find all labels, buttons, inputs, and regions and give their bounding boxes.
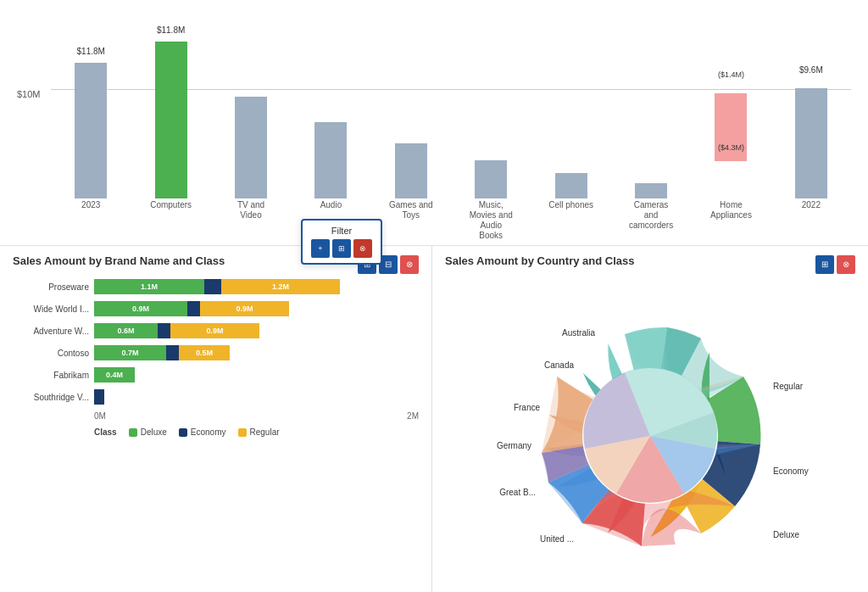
brand-bars: 0.9M 0.9M xyxy=(94,301,419,316)
table-row: Proseware 1.1M 1.2M xyxy=(13,279,419,294)
dashboard-container: $10M $11.8M $11.8M xyxy=(0,0,868,592)
economy-bar xyxy=(158,323,170,338)
table-row: Wide World I... 0.9M 0.9M xyxy=(13,301,419,316)
bar-cell-phones xyxy=(531,13,610,198)
bar-chart-area: $11.8M $11.8M xyxy=(51,13,851,198)
economy-label: Economy xyxy=(773,466,809,476)
filter-tooltip-label: Filter xyxy=(311,226,372,236)
filter-table-icon[interactable]: ⊞ xyxy=(332,239,351,258)
legend-deluxe-label: Deluxe xyxy=(141,427,167,437)
bar-2023: $11.8M xyxy=(51,13,131,198)
bar-rect xyxy=(75,63,107,198)
bar-value: $11.8M xyxy=(157,25,185,35)
deluxe-bar: 1.1M xyxy=(94,279,204,294)
x-label-2023: 2023 xyxy=(51,200,131,241)
legend-economy-label: Economy xyxy=(191,427,226,437)
right-panel: Sales Amount by Country and Class ⊞ ⊗ xyxy=(432,246,868,592)
legend-class-label: Class xyxy=(94,427,117,437)
bar-audio xyxy=(291,13,370,198)
x-label-cameras: Camerasandcamcorders xyxy=(611,200,691,241)
x-label-home: HomeAppliances xyxy=(691,200,771,241)
chord-chart-container: Australia Canada France Germany Great B.… xyxy=(445,279,855,592)
left-panel-title: Sales Amount by Brand Name and Class xyxy=(13,254,225,267)
regular-label: Regular xyxy=(773,382,804,391)
table-row: Adventure W... 0.6M 0.9M xyxy=(13,323,419,338)
x-axis: 2023 Computers TV andVideo Audio Games a… xyxy=(51,200,851,241)
bar-games-toys xyxy=(371,13,451,198)
x-label-music: Music,Movies andAudioBooks xyxy=(451,200,531,241)
chord-chart-svg: Australia Canada France Germany Great B.… xyxy=(472,292,828,580)
regular-bar: 0.5M xyxy=(179,345,230,360)
deluxe-bar: 0.4M xyxy=(94,367,135,383)
bar-2022: $9.6M xyxy=(771,13,851,198)
brand-label: Contoso xyxy=(13,349,89,358)
y-axis-label: $10M xyxy=(17,89,41,99)
brand-bars: 1.1M 1.2M xyxy=(94,279,419,294)
legend-item-economy: Economy xyxy=(179,427,226,437)
economy-bar xyxy=(204,279,221,294)
x-label-tv: TV andVideo xyxy=(211,200,291,241)
x-label-2022: 2022 xyxy=(771,200,851,241)
brand-bars: 0.7M 0.5M xyxy=(94,345,419,360)
great-britain-label: Great B... xyxy=(499,488,536,497)
x-label-games: Games andToys xyxy=(371,200,451,241)
bar-home-appliances: ($1.4M) ($4.3M) xyxy=(691,13,771,198)
x-label-cellphones: Cell phones xyxy=(531,200,610,241)
filter-tooltip-icons: + ⊞ ⊗ xyxy=(311,239,372,258)
brand-label: Proseware xyxy=(13,282,89,292)
regular-color xyxy=(238,428,247,437)
bar-rect xyxy=(155,42,187,198)
bar-tv-video xyxy=(211,13,291,198)
bar-value: $11.8M xyxy=(77,47,105,56)
bar-computers: $11.8M xyxy=(131,13,210,198)
deluxe-bar: 0.7M xyxy=(94,345,166,360)
regular-bar: 1.2M xyxy=(221,279,340,294)
bar-rect xyxy=(555,173,587,198)
close-icon-btn[interactable]: ⊗ xyxy=(400,255,419,274)
bar-cameras xyxy=(611,13,691,198)
economy-bar xyxy=(94,389,104,405)
brand-label: Adventure W... xyxy=(13,327,89,336)
brand-bars xyxy=(94,389,419,405)
chart-legend: Class Deluxe Economy Regular xyxy=(13,427,419,437)
regular-bar: 0.9M xyxy=(200,301,289,316)
brand-label: Wide World I... xyxy=(13,304,89,314)
australia-label: Australia xyxy=(562,328,595,338)
legend-regular-label: Regular xyxy=(250,427,280,437)
bottom-section: Sales Amount by Brand Name and Class ⊞ ⊟… xyxy=(0,246,868,592)
brand-bars: 0.4M xyxy=(94,367,419,383)
regular-bar: 0.9M xyxy=(170,323,259,338)
economy-bar xyxy=(166,345,179,360)
economy-color xyxy=(179,428,187,437)
hbar-x-axis: 0M 2M xyxy=(13,411,419,421)
chart-icon-btn[interactable]: ⊞ xyxy=(815,255,834,274)
brand-bar-chart: Proseware 1.1M 1.2M Wide World I... 0.9M… xyxy=(13,279,419,405)
united-label: United ... xyxy=(540,534,574,544)
x-tick-2m: 2M xyxy=(407,411,419,421)
bar-rect xyxy=(235,97,267,198)
france-label: France xyxy=(514,403,541,412)
deluxe-label: Deluxe xyxy=(773,530,800,539)
bar-value: $9.6M xyxy=(799,65,823,75)
left-panel: Sales Amount by Brand Name and Class ⊞ ⊟… xyxy=(0,246,432,592)
x-tick-0: 0M xyxy=(94,411,106,421)
brand-label: Southridge V... xyxy=(13,393,89,402)
table-row: Contoso 0.7M 0.5M xyxy=(13,345,419,360)
deluxe-bar: 0.9M xyxy=(94,301,187,316)
table-row: Southridge V... xyxy=(13,389,419,405)
legend-item-regular: Regular xyxy=(238,427,280,437)
bar-rect xyxy=(795,88,827,198)
close-icon-btn-right[interactable]: ⊗ xyxy=(837,255,855,274)
filter-tooltip: Filter + ⊞ ⊗ xyxy=(301,219,382,265)
deluxe-color xyxy=(129,428,137,437)
filter-plus-icon[interactable]: + xyxy=(311,239,330,258)
right-panel-title: Sales Amount by Country and Class xyxy=(445,254,634,267)
deluxe-bar: 0.6M xyxy=(94,323,158,338)
bar-rect xyxy=(314,122,347,198)
bar-rect xyxy=(395,143,427,198)
germany-label: Germany xyxy=(497,441,531,450)
top-waterfall-chart: $10M $11.8M $11.8M xyxy=(0,0,868,246)
legend-item-deluxe: Deluxe xyxy=(129,427,167,437)
filter-no-icon[interactable]: ⊗ xyxy=(353,239,372,258)
table-row: Fabrikam 0.4M xyxy=(13,367,419,383)
